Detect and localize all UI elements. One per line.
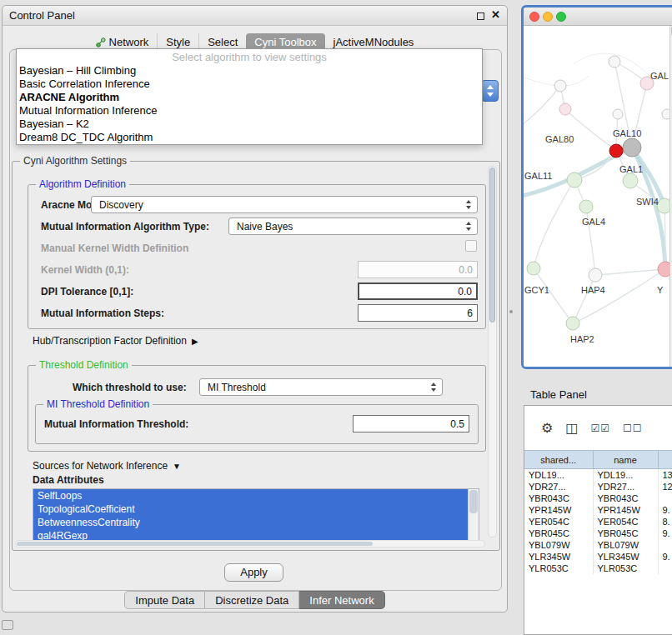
cell[interactable]: YPR145W bbox=[524, 504, 593, 516]
network-node[interactable] bbox=[559, 103, 571, 115]
minimized-panel-icon[interactable] bbox=[2, 620, 13, 630]
network-node[interactable] bbox=[579, 200, 593, 213]
close-button[interactable] bbox=[529, 12, 539, 22]
deselect-all-checkboxes-icon[interactable]: ☐☐ bbox=[623, 423, 643, 433]
table-row[interactable]: YLR345WYLR345W9. bbox=[524, 551, 672, 562]
tab-infer-network[interactable]: Infer Network bbox=[299, 591, 384, 609]
column-header-name[interactable]: name bbox=[593, 451, 658, 469]
cell[interactable] bbox=[658, 539, 672, 551]
table-row[interactable]: YPR145WYPR145W9. bbox=[524, 504, 672, 516]
table-row[interactable]: YBL079WYBL079W bbox=[524, 539, 672, 551]
cell[interactable] bbox=[658, 562, 672, 574]
cell[interactable]: YDR27... bbox=[524, 481, 593, 492]
select-all-checkboxes-icon[interactable]: ☑☑ bbox=[590, 423, 610, 433]
list-item-betweennesscentrality[interactable]: BetweennessCentrality bbox=[33, 516, 468, 529]
float-window-icon[interactable] bbox=[477, 12, 484, 20]
kernel-width-input[interactable] bbox=[358, 261, 478, 278]
cell[interactable]: YLR345W bbox=[524, 551, 593, 562]
network-node[interactable] bbox=[662, 109, 669, 119]
manual-kernel-checkbox[interactable] bbox=[465, 240, 477, 252]
cell[interactable]: YER054C bbox=[593, 516, 658, 528]
mi-steps-input[interactable] bbox=[358, 304, 478, 322]
network-node[interactable] bbox=[554, 80, 566, 92]
network-canvas[interactable]: GAL80 GAL11 GAL10 GAL1 SWI4 GAL4 GCY1 HA… bbox=[524, 26, 672, 367]
cell[interactable]: 13 bbox=[658, 469, 672, 481]
sources-section[interactable]: Sources for Network Inference▼ bbox=[33, 460, 181, 472]
column-header-partial[interactable] bbox=[658, 451, 672, 469]
cell[interactable]: 8. bbox=[658, 516, 672, 528]
tab-impute-data[interactable]: Impute Data bbox=[124, 591, 205, 609]
cell[interactable]: YLR345W bbox=[593, 551, 658, 562]
aracne-mode-select[interactable]: Discovery bbox=[91, 196, 478, 213]
table-row[interactable]: YBR043CYBR043C bbox=[524, 492, 672, 504]
table-row[interactable]: YLR053CYLR053C bbox=[524, 562, 672, 574]
cell[interactable]: YBL079W bbox=[593, 539, 658, 551]
minimize-button[interactable] bbox=[543, 12, 553, 22]
cell[interactable]: 12 bbox=[658, 481, 672, 492]
menu-item-mutual-information[interactable]: Mutual Information Inference bbox=[17, 104, 482, 118]
cell[interactable]: YDL19... bbox=[593, 469, 658, 481]
menu-item-dream8[interactable]: Dream8 DC_TDC Algorithm bbox=[17, 131, 482, 144]
column-header-shared-name[interactable]: shared... bbox=[524, 451, 593, 469]
cell[interactable]: YBR045C bbox=[524, 528, 593, 539]
split-columns-icon[interactable]: ◫ bbox=[565, 422, 578, 435]
control-panel-titlebar[interactable]: Control Panel ✕ bbox=[3, 6, 507, 26]
list-item-selfloops[interactable]: SelfLoops bbox=[33, 489, 468, 502]
apply-button[interactable]: Apply bbox=[224, 563, 283, 582]
cell[interactable] bbox=[658, 492, 672, 504]
network-node[interactable] bbox=[527, 262, 540, 275]
close-icon[interactable]: ✕ bbox=[491, 8, 500, 21]
panel-splitter-handle[interactable] bbox=[509, 310, 513, 313]
table-row[interactable]: YBR045CYBR045C9. bbox=[524, 528, 672, 539]
cell[interactable]: YBR043C bbox=[524, 492, 593, 504]
hub-definition-section[interactable]: Hub/Transcription Factor Definition▶ bbox=[33, 335, 198, 347]
network-node[interactable] bbox=[657, 198, 669, 213]
network-window-titlebar[interactable] bbox=[524, 8, 672, 26]
menu-item-bayesian-hill-climbing[interactable]: Bayesian – Hill Climbing bbox=[17, 64, 482, 78]
cell[interactable]: YER054C bbox=[524, 516, 593, 528]
table-row[interactable]: YDL19...YDL19...13 bbox=[524, 469, 672, 481]
algorithm-combo-stepper[interactable] bbox=[481, 80, 499, 102]
list-item-topologicalcoefficient[interactable]: TopologicalCoefficient bbox=[33, 502, 468, 516]
tab-discretize-data[interactable]: Discretize Data bbox=[205, 591, 299, 609]
cell[interactable]: 9. bbox=[658, 504, 672, 516]
cell[interactable]: 9. bbox=[658, 551, 672, 562]
settings-vertical-scrollbar[interactable] bbox=[488, 166, 497, 538]
cell[interactable]: YBL079W bbox=[524, 539, 593, 551]
network-node[interactable] bbox=[623, 138, 641, 157]
network-node[interactable] bbox=[609, 56, 620, 68]
scrollbar-thumb[interactable] bbox=[489, 168, 495, 322]
menu-item-aracne[interactable]: ARACNE Algorithm bbox=[17, 91, 482, 104]
menu-item-basic-correlation[interactable]: Basic Correlation Inference bbox=[17, 78, 482, 91]
scrollbar-thumb[interactable] bbox=[469, 490, 478, 513]
mi-threshold-input[interactable] bbox=[353, 415, 469, 432]
cell[interactable]: YDL19... bbox=[524, 469, 593, 481]
network-node-selected[interactable] bbox=[609, 144, 623, 158]
table-row[interactable]: YER054CYER054C8. bbox=[524, 516, 672, 528]
attributes-scrollbar[interactable] bbox=[468, 489, 479, 541]
network-node[interactable] bbox=[567, 172, 582, 188]
network-node[interactable] bbox=[623, 173, 638, 188]
cell[interactable]: YBR045C bbox=[593, 528, 658, 539]
cell[interactable]: YLR053C bbox=[524, 562, 593, 574]
gear-icon[interactable]: ⚙ bbox=[541, 422, 553, 435]
menu-item-bayesian-k2[interactable]: Bayesian – K2 bbox=[17, 118, 482, 131]
which-threshold-select[interactable]: MI Threshold bbox=[199, 378, 443, 396]
mi-type-value: Naive Bayes bbox=[237, 221, 293, 232]
network-node[interactable] bbox=[613, 109, 623, 119]
network-node[interactable] bbox=[566, 317, 579, 330]
settings-horizontal-scrollbar[interactable] bbox=[15, 540, 485, 548]
cell[interactable]: YPR145W bbox=[593, 504, 658, 516]
node-label: GAL11 bbox=[524, 171, 552, 181]
zoom-button[interactable] bbox=[556, 12, 566, 22]
cell[interactable]: 9. bbox=[658, 528, 672, 539]
table-row[interactable]: YDR27...YDR27...12 bbox=[524, 481, 672, 492]
network-node[interactable] bbox=[658, 262, 669, 277]
scrollbar-thumb[interactable] bbox=[17, 542, 373, 546]
cell[interactable]: YDR27... bbox=[593, 481, 658, 492]
network-node[interactable] bbox=[589, 268, 602, 282]
cell[interactable]: YLR053C bbox=[593, 562, 658, 574]
dpi-tolerance-input[interactable] bbox=[358, 282, 478, 300]
cell[interactable]: YBR043C bbox=[593, 492, 658, 504]
mi-type-select[interactable]: Naive Bayes bbox=[228, 218, 478, 235]
